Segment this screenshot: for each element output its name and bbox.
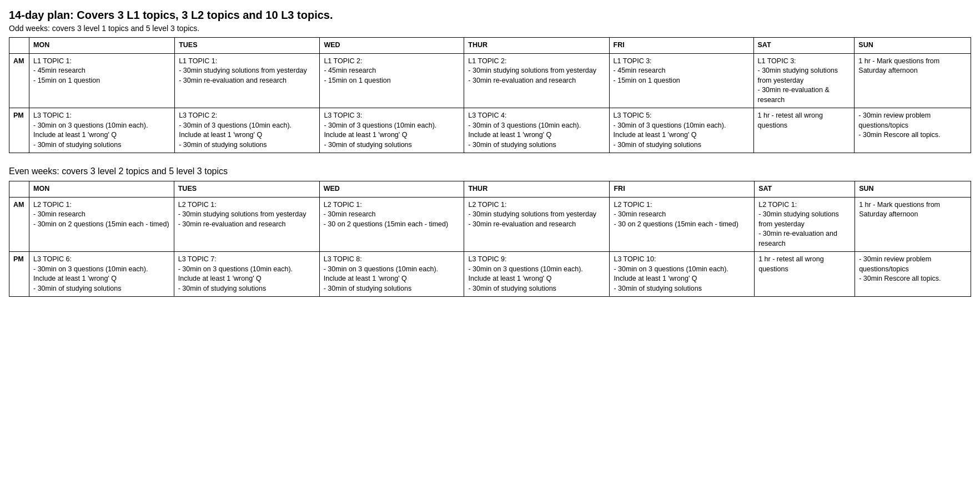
odd-am-fri: L1 TOPIC 3: - 45min research - 15min on … (609, 53, 753, 108)
even-am-tues: L2 TOPIC 1: - 30min studying solutions f… (174, 197, 319, 252)
odd-pm-label: PM (9, 108, 29, 153)
even-am-wed: L2 TOPIC 1: - 30min research - 30 on 2 q… (319, 197, 464, 252)
even-wed-header: WED (319, 181, 464, 198)
odd-sun-header: SUN (855, 38, 971, 54)
even-pm-sun: - 30min review problem questions/topics … (855, 252, 971, 297)
empty-header-even (9, 181, 29, 198)
odd-pm-thur: L3 TOPIC 4: - 30min of 3 questions (10mi… (464, 108, 609, 153)
even-tues-header: TUES (174, 181, 319, 198)
even-am-row: AM L2 TOPIC 1: - 30min research - 30min … (9, 197, 971, 252)
odd-pm-row: PM L3 TOPIC 1: - 30min on 3 questions (1… (9, 108, 971, 153)
odd-mon-header: MON (29, 38, 175, 54)
even-pm-wed: L3 TOPIC 8: - 30min on 3 questions (10mi… (319, 252, 464, 297)
main-title: 14-day plan: Covers 3 L1 topics, 3 L2 to… (9, 9, 971, 22)
even-pm-label: PM (9, 252, 29, 297)
even-am-label: AM (9, 197, 29, 252)
odd-fri-header: FRI (609, 38, 753, 54)
odd-sat-header: SAT (753, 38, 855, 54)
even-week-table: MON TUES WED THUR FRI SAT SUN AM L2 TOPI… (9, 181, 971, 297)
even-mon-header: MON (29, 181, 174, 198)
odd-am-sun: 1 hr - Mark questions from Saturday afte… (855, 53, 971, 108)
odd-week-table: MON TUES WED THUR FRI SAT SUN AM L1 TOPI… (9, 37, 971, 153)
even-pm-mon: L3 TOPIC 6: - 30min on 3 questions (10mi… (29, 252, 174, 297)
even-am-sun: 1 hr - Mark questions from Saturday afte… (855, 197, 971, 252)
even-pm-row: PM L3 TOPIC 6: - 30min on 3 questions (1… (9, 252, 971, 297)
even-subtitle: Even weeks: covers 3 level 2 topics and … (9, 166, 971, 176)
even-pm-sat: 1 hr - retest all wrong questions (755, 252, 855, 297)
odd-thur-header: THUR (464, 38, 609, 54)
even-fri-header: FRI (610, 181, 755, 198)
odd-pm-tues: L3 TOPIC 2: - 30min of 3 questions (10mi… (175, 108, 320, 153)
even-pm-thur: L3 TOPIC 9: - 30min on 3 questions (10mi… (464, 252, 610, 297)
even-sun-header: SUN (855, 181, 971, 198)
even-pm-tues: L3 TOPIC 7: - 30min on 3 questions (10mi… (174, 252, 319, 297)
even-am-thur: L2 TOPIC 1: - 30min studying solutions f… (464, 197, 610, 252)
odd-am-wed: L1 TOPIC 2: - 45min research - 15min on … (320, 53, 464, 108)
even-thur-header: THUR (464, 181, 610, 198)
odd-subtitle: Odd weeks: covers 3 level 1 topics and 5… (9, 24, 971, 33)
even-sat-header: SAT (755, 181, 855, 198)
even-am-sat: L2 TOPIC 1: - 30min studying solutions f… (755, 197, 855, 252)
odd-am-tues: L1 TOPIC 1: - 30min studying solutions f… (175, 53, 320, 108)
odd-pm-fri: L3 TOPIC 5: - 30min of 3 questions (10mi… (609, 108, 753, 153)
even-am-fri: L2 TOPIC 1: - 30min research - 30 on 2 q… (610, 197, 755, 252)
odd-tues-header: TUES (175, 38, 320, 54)
odd-pm-sat: 1 hr - retest all wrong questions (753, 108, 855, 153)
odd-am-row: AM L1 TOPIC 1: - 45min research - 15min … (9, 53, 971, 108)
even-pm-fri: L3 TOPIC 10: - 30min on 3 questions (10m… (610, 252, 755, 297)
odd-am-mon: L1 TOPIC 1: - 45min research - 15min on … (29, 53, 175, 108)
even-am-mon: L2 TOPIC 1: - 30min research - 30min on … (29, 197, 174, 252)
odd-am-sat: L1 TOPIC 3: - 30min studying solutions f… (753, 53, 855, 108)
odd-am-thur: L1 TOPIC 2: - 30min studying solutions f… (464, 53, 609, 108)
odd-wed-header: WED (320, 38, 464, 54)
odd-pm-sun: - 30min review problem questions/topics … (855, 108, 971, 153)
odd-pm-wed: L3 TOPIC 3: - 30min of 3 questions (10mi… (320, 108, 464, 153)
empty-header (9, 38, 29, 54)
odd-am-label: AM (9, 53, 29, 108)
odd-pm-mon: L3 TOPIC 1: - 30min on 3 questions (10mi… (29, 108, 175, 153)
